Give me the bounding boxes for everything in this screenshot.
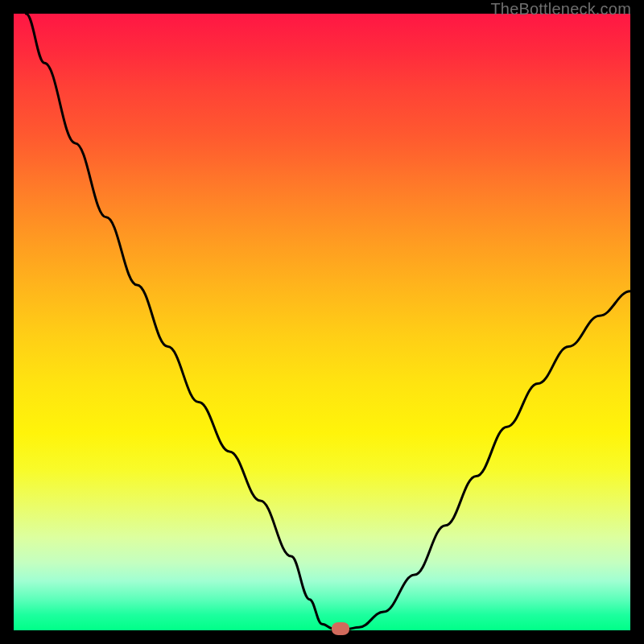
curve-path — [26, 14, 630, 630]
chart-container: TheBottleneck.com — [0, 0, 644, 644]
optimal-marker — [332, 622, 349, 635]
watermark-text: TheBottleneck.com — [490, 0, 631, 19]
bottleneck-curve — [14, 14, 630, 630]
plot-area — [14, 14, 630, 630]
